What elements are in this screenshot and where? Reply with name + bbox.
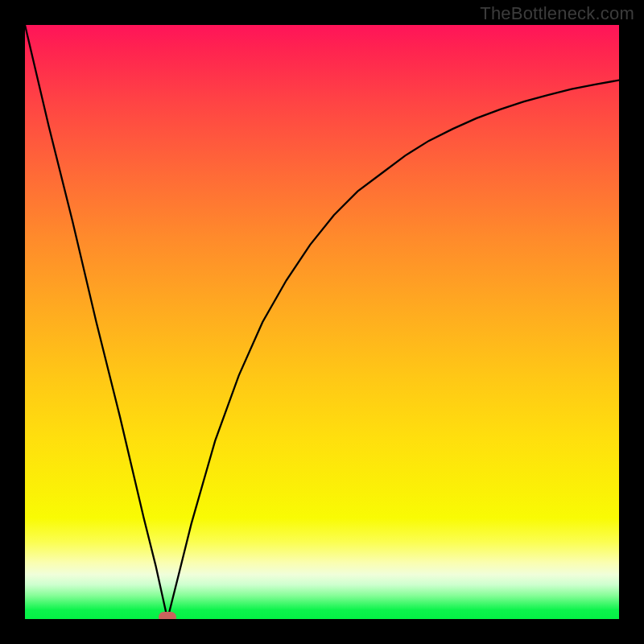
curve-layer	[25, 25, 619, 619]
plot-area	[25, 25, 619, 619]
bottleneck-curve	[25, 25, 619, 619]
optimal-marker	[159, 612, 176, 619]
watermark-text: TheBottleneck.com	[480, 3, 634, 24]
